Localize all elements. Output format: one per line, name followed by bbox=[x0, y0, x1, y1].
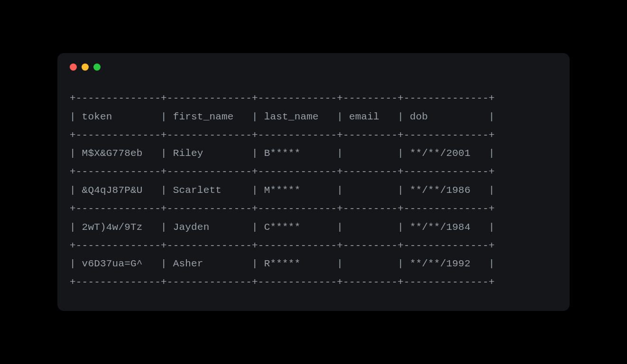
minimize-button[interactable] bbox=[82, 64, 89, 71]
ascii-table: +--------------+--------------+---------… bbox=[70, 93, 495, 288]
terminal-output: +--------------+--------------+---------… bbox=[57, 75, 570, 311]
terminal-window: +--------------+--------------+---------… bbox=[57, 53, 570, 311]
window-titlebar bbox=[57, 53, 570, 75]
zoom-button[interactable] bbox=[93, 64, 101, 71]
close-button[interactable] bbox=[70, 64, 77, 71]
